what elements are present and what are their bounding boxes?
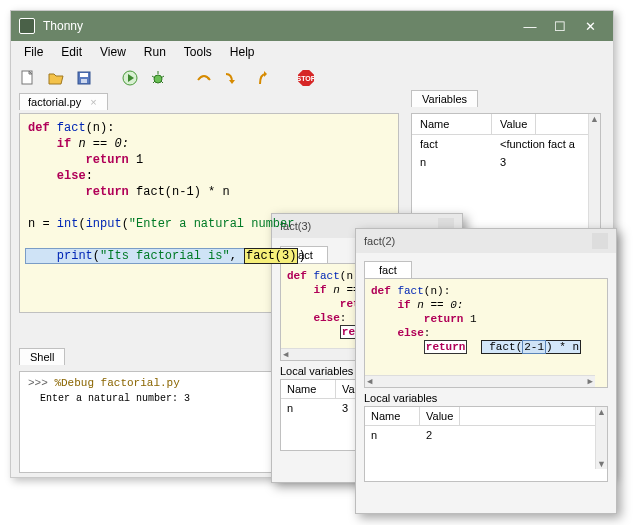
- svg-rect-2: [80, 73, 88, 77]
- scrollbar-vertical[interactable]: ▲▼: [595, 407, 607, 469]
- menubar: File Edit View Run Tools Help: [11, 41, 613, 63]
- maximize-button[interactable]: ☐: [545, 19, 575, 34]
- minimize-button[interactable]: —: [515, 19, 545, 34]
- stop-icon: STOP: [298, 70, 314, 86]
- menu-run[interactable]: Run: [137, 43, 173, 61]
- titlebar: Thonny — ☐ ✕: [11, 11, 613, 41]
- local-vars-grid: Name Value n2 ▲▼: [364, 406, 608, 482]
- table-row[interactable]: n3: [412, 153, 600, 171]
- stop-button[interactable]: STOP: [297, 69, 315, 87]
- editor-tabstrip: factorial.py ×: [19, 93, 108, 113]
- highlighted-expression: 2-1: [522, 340, 546, 354]
- tab-label: factorial.py: [28, 96, 81, 108]
- highlighted-call: fact(2-1) * n: [481, 340, 581, 354]
- toolbar: STOP: [11, 63, 613, 93]
- menu-view[interactable]: View: [93, 43, 133, 61]
- highlighted-call: fact(3): [244, 248, 298, 264]
- col-name[interactable]: Name: [412, 114, 492, 134]
- shell-prompt: >>>: [28, 377, 54, 389]
- callstack-popup-fact2[interactable]: fact(2) fact def fact(n): if n == 0: ret…: [355, 228, 617, 514]
- menu-help[interactable]: Help: [223, 43, 262, 61]
- menu-edit[interactable]: Edit: [54, 43, 89, 61]
- tab-close-icon[interactable]: ×: [90, 96, 96, 108]
- step-over-icon[interactable]: [195, 69, 213, 87]
- variables-tab[interactable]: Variables: [411, 90, 478, 107]
- open-file-icon[interactable]: [47, 69, 65, 87]
- window-title: Thonny: [43, 19, 515, 33]
- table-row[interactable]: n2: [365, 426, 607, 444]
- menu-file[interactable]: File: [17, 43, 50, 61]
- col-name[interactable]: Name: [365, 407, 420, 425]
- svg-point-5: [154, 75, 162, 83]
- popup-titlebar[interactable]: fact(2): [356, 229, 616, 253]
- svg-line-10: [161, 81, 163, 83]
- svg-line-9: [153, 81, 155, 83]
- shell-command: %Debug factorial.py: [54, 377, 179, 389]
- popup-code: def fact(n): if n == 0: return 1 else: r…: [364, 278, 608, 388]
- scrollbar-horizontal[interactable]: ◀▶: [365, 375, 595, 387]
- local-vars-title: Local variables: [364, 388, 608, 404]
- col-value[interactable]: Value: [420, 407, 460, 425]
- col-name[interactable]: Name: [281, 380, 336, 398]
- table-row[interactable]: fact<function fact a: [412, 135, 600, 153]
- variables-header: Name Value: [412, 114, 600, 135]
- debug-icon[interactable]: [149, 69, 167, 87]
- col-value[interactable]: Value: [492, 114, 536, 134]
- popup-close-button[interactable]: [592, 233, 608, 249]
- editor-tab-factorial[interactable]: factorial.py ×: [19, 93, 108, 110]
- app-icon: [19, 18, 35, 34]
- close-button[interactable]: ✕: [575, 19, 605, 34]
- menu-tools[interactable]: Tools: [177, 43, 219, 61]
- shell-tab[interactable]: Shell: [19, 348, 65, 365]
- run-icon[interactable]: [121, 69, 139, 87]
- svg-rect-3: [81, 79, 87, 83]
- step-into-icon[interactable]: [223, 69, 241, 87]
- new-file-icon[interactable]: [19, 69, 37, 87]
- step-out-icon[interactable]: [251, 69, 269, 87]
- save-file-icon[interactable]: [75, 69, 93, 87]
